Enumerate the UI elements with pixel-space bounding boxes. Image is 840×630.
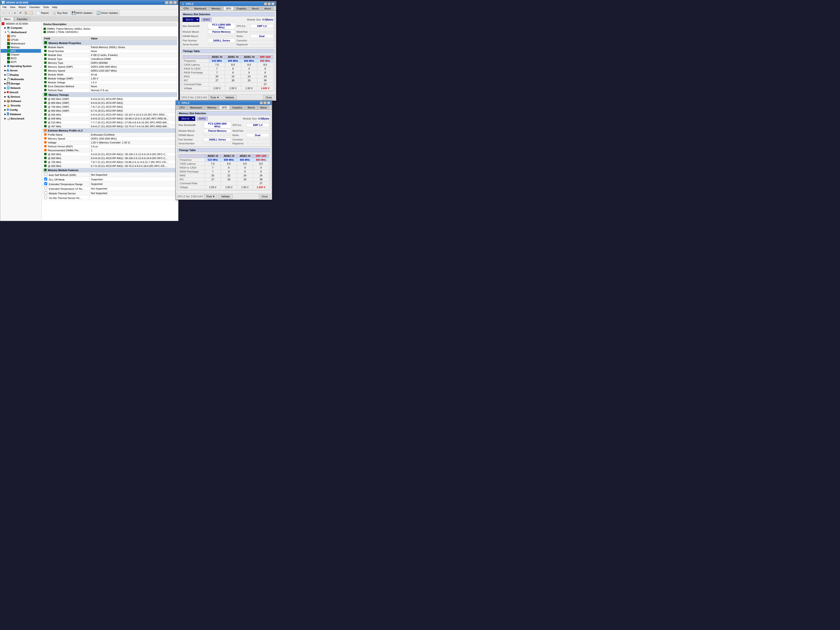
sidebar-item-spd[interactable]: SPD <box>1 49 41 53</box>
cpuz2-close-button[interactable]: Close <box>259 194 270 199</box>
menu-help[interactable]: Help <box>51 5 59 9</box>
cpuz1-tab-cpu[interactable]: CPU <box>181 6 191 10</box>
table-row: Voltage 1.65 V (Memory Controller: 1.35 … <box>43 141 177 145</box>
field-cell: Module Name <box>43 45 90 49</box>
refresh-button[interactable]: ↺ <box>18 10 23 16</box>
cpuz1-weekyear-label: Week/Year <box>237 31 250 33</box>
history-button[interactable]: 📋 <box>29 10 34 16</box>
bios-updates-button[interactable]: 💾 BIOS Updates <box>70 10 94 16</box>
timing-row: Voltage 1.50 V 1.50 V 1.50 V 1.650 V <box>183 86 273 90</box>
cpuz1-validate-button[interactable]: Validate <box>223 95 237 99</box>
cpuz1-tab-bench[interactable]: Bench <box>249 6 262 10</box>
cpuz2-validate-button[interactable]: Validate <box>218 194 232 199</box>
feature-checkbox[interactable] <box>44 196 47 199</box>
sidebar-group-server[interactable]: ▶ 🖧 Server <box>1 68 41 73</box>
tab-favorites[interactable]: Favorites <box>14 17 30 21</box>
sidebar-group-storage[interactable]: ▶ 💾 Storage <box>1 81 41 86</box>
sidebar-group-config[interactable]: ▶ ⚙ Config <box>1 107 41 112</box>
cpuz1-maximize[interactable]: □ <box>268 2 271 5</box>
timing-row-label: Command Rate <box>179 182 205 185</box>
menu-file[interactable]: File <box>1 5 8 9</box>
cpuz1-close-button[interactable]: Close <box>263 95 275 99</box>
timing-j3: 609 MHz <box>225 59 241 63</box>
sidebar-group-computer[interactable]: ▶ 💻 Computer <box>1 25 41 30</box>
cpuz2-icon: 🔬 <box>177 102 180 104</box>
sidebar-group-security[interactable]: ▶ 🔒 Security <box>1 103 41 107</box>
timing-row-label: Voltage <box>183 86 209 90</box>
forward-button[interactable]: › <box>7 10 12 16</box>
cpuz2-slot-select[interactable]: Slot #1 Slot #2 <box>178 116 195 121</box>
cpuz1-minimize[interactable]: – <box>264 2 267 5</box>
feature-field-cell: Auto Self Refresh (ASR) <box>43 172 90 177</box>
maximize-button[interactable]: □ <box>169 1 173 4</box>
sidebar-group-database[interactable]: ▶ 🗄 Database <box>1 112 41 116</box>
cpuz1-tab-graphics[interactable]: Graphics <box>234 6 249 10</box>
back-button[interactable]: ‹ <box>1 10 6 16</box>
sidebar-item-acpi[interactable]: ACPI <box>1 60 41 64</box>
cpuz2-minimize[interactable]: – <box>260 101 263 104</box>
cpuz1-tools-button[interactable]: Tools ▼ <box>208 95 221 99</box>
close-button[interactable]: ✕ <box>173 1 177 4</box>
feature-checkbox[interactable] <box>44 178 47 180</box>
sidebar-group-network[interactable]: ▶ 🌐 Network <box>1 86 41 90</box>
sidebar-group-directx[interactable]: ▶ ✖ DirectX <box>1 90 41 95</box>
cpuz2-slot-right: Module Size 4 GBytes <box>243 117 269 120</box>
sidebar-item-cpu[interactable]: CPU <box>1 34 41 38</box>
sidebar-item-motherboard[interactable]: Motherboard <box>1 42 41 45</box>
cpuz2-tab-graphics[interactable]: Graphics <box>230 106 245 109</box>
cpuz1-tab-about[interactable]: About <box>262 6 273 10</box>
sidebar-group-multimedia[interactable]: ▶ 🎵 Multimedia <box>1 77 41 81</box>
feature-checkbox[interactable] <box>44 191 47 194</box>
sidebar-group-motherboard[interactable]: ▼ 🔧 Motherboard <box>1 30 41 34</box>
cpuz2-tab-bench[interactable]: Bench <box>245 106 257 109</box>
sidebar-group-devices[interactable]: ▶ 🔌 Devices <box>1 95 41 99</box>
timing-j2: 533 MHz <box>209 59 225 63</box>
sidebar-item-bios[interactable]: BIOS <box>1 57 41 60</box>
feature-checkbox[interactable] <box>44 182 47 185</box>
cpuz2-close[interactable]: ✕ <box>267 101 270 104</box>
home-button[interactable]: 🏠 <box>23 10 28 16</box>
menu-favorites[interactable]: Favorites <box>28 5 41 9</box>
feature-checkbox[interactable] <box>44 173 47 176</box>
cpuz2-tab-about[interactable]: About <box>258 106 269 109</box>
cpuz1-icon: 🔬 <box>182 3 184 5</box>
cpuz2-tools-button[interactable]: Tools ▼ <box>204 194 217 199</box>
bios-icon-sb <box>7 57 10 60</box>
menu-view[interactable]: View <box>8 5 17 9</box>
minimize-button[interactable]: – <box>165 1 169 4</box>
feature-checkbox[interactable] <box>44 187 47 190</box>
cpuz1-slot-select[interactable]: Slot #1 Slot #2 <box>183 17 199 22</box>
up-button[interactable]: ∧ <box>12 10 17 16</box>
timing-j3 <box>225 82 241 86</box>
xmp-row-icon <box>44 153 46 155</box>
timing-row-icon <box>44 101 46 104</box>
cpuz2-maximize[interactable]: □ <box>264 101 267 104</box>
cpuz1-tab-mainboard[interactable]: Mainboard <box>191 6 208 10</box>
driver-updates-button[interactable]: 🔄 Driver Updates <box>95 10 120 16</box>
cpuz2-tab-mainboard[interactable]: Mainboard <box>188 106 204 109</box>
sidebar-item-chipset[interactable]: Chipset <box>1 53 41 57</box>
timing-row-icon <box>44 109 46 112</box>
cpuz2-tab-memory[interactable]: Memory <box>205 106 219 109</box>
cpuz2-tab-spd[interactable]: SPD <box>219 106 230 109</box>
sidebar-item-memory[interactable]: Memory <box>1 45 41 49</box>
report-button[interactable]: 📄 Report <box>35 10 50 16</box>
table-row: @ 700 MHz 7-8-7-21 (CL-RCD-RP-RAS) / 33-… <box>43 160 177 164</box>
sidebar-item-cpuid[interactable]: CPUID <box>1 38 41 42</box>
buynow-button[interactable]: 🛒 Buy Now <box>51 10 69 16</box>
timing-j4: 24 <box>241 74 257 79</box>
sidebar-group-display[interactable]: ▶ 🖵 Display <box>1 73 41 77</box>
menu-tools[interactable]: Tools <box>42 5 51 9</box>
cpuz1-tab-memory[interactable]: Memory <box>209 6 223 10</box>
aida-titlebar-title: 📊 AIDA64 v6.92.6600 <box>2 1 28 4</box>
menu-report[interactable]: Report <box>17 5 27 9</box>
cpuz2-tb-btns: – □ ✕ <box>260 101 270 104</box>
sidebar-group-os[interactable]: ▶ 🖥 Operating System <box>1 64 41 68</box>
aida-title: AIDA64 v6.92.6600 <box>6 1 28 4</box>
sidebar-group-software[interactable]: ▶ 📦 Software <box>1 99 41 103</box>
sidebar-group-benchmark[interactable]: ▶ 📊 Benchmark <box>1 116 41 121</box>
cpuz2-tab-cpu[interactable]: CPU <box>177 106 187 109</box>
cpuz1-tab-spd[interactable]: SPD <box>223 6 234 10</box>
cpuz1-close[interactable]: ✕ <box>271 2 275 5</box>
tab-menu[interactable]: Menu <box>1 17 14 21</box>
